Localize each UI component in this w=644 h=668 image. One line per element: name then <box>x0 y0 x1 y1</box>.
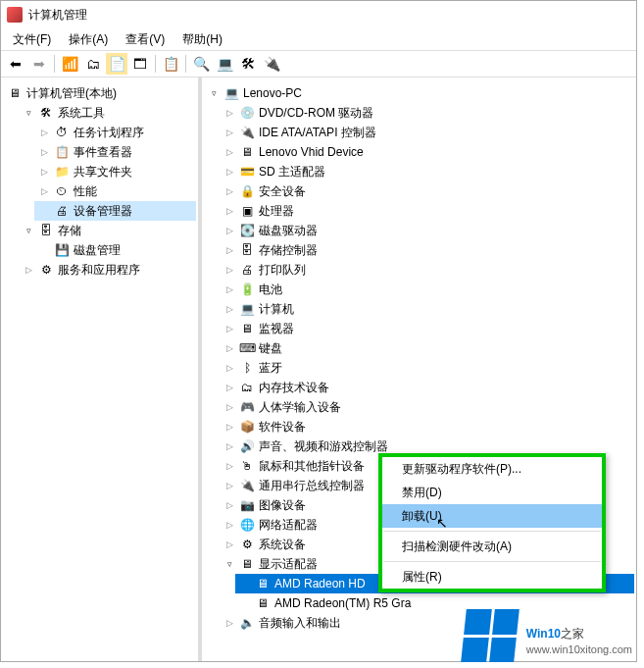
chevron-right-icon[interactable] <box>223 323 235 334</box>
chevron-down-icon[interactable] <box>223 558 235 570</box>
device-cat-vhid[interactable]: 🖥Lenovo Vhid Device <box>220 142 634 162</box>
chevron-down-icon[interactable] <box>23 107 34 119</box>
toolbar-separator <box>155 55 156 73</box>
chevron-right-icon[interactable] <box>223 499 235 511</box>
forward-button[interactable]: ➡ <box>28 53 50 75</box>
tree-label: DVD/CD-ROM 驱动器 <box>259 105 373 122</box>
device-cat-sd[interactable]: 💳SD 主适配器 <box>220 162 634 181</box>
tree-label: 声音、视频和游戏控制器 <box>259 438 388 455</box>
chevron-right-icon[interactable] <box>23 264 34 276</box>
tree-root-local[interactable]: 🖥 计算机管理(本地) <box>3 83 196 103</box>
menubar: 文件(F) 操作(A) 查看(V) 帮助(H) <box>1 28 636 50</box>
chevron-right-icon[interactable] <box>223 264 235 276</box>
device-cat-memory[interactable]: 🗂内存技术设备 <box>220 378 634 397</box>
tb-icon-3[interactable]: 📄 <box>106 53 127 75</box>
ctx-disable[interactable]: 禁用(D) <box>382 481 602 504</box>
device-cat-monitors[interactable]: 🖥监视器 <box>220 319 634 338</box>
chevron-right-icon[interactable] <box>223 460 235 472</box>
chevron-right-icon[interactable] <box>223 539 235 550</box>
device-cat-dvd[interactable]: 💿DVD/CD-ROM 驱动器 <box>220 103 634 123</box>
chevron-right-icon[interactable] <box>223 146 235 158</box>
tb-icon-2[interactable]: 🗂 <box>82 53 104 75</box>
tree-label: 打印队列 <box>259 262 306 279</box>
chevron-right-icon[interactable] <box>38 146 50 158</box>
tree-task-scheduler[interactable]: ⏱任务计划程序 <box>34 123 196 142</box>
tree-services[interactable]: ⚙ 服务和应用程序 <box>19 260 196 280</box>
ctx-properties[interactable]: 属性(R) <box>382 565 602 589</box>
chevron-right-icon[interactable] <box>223 617 235 629</box>
chevron-right-icon[interactable] <box>223 127 235 138</box>
chevron-right-icon[interactable] <box>223 480 235 491</box>
tb-icon-9[interactable]: 🔌 <box>261 53 282 75</box>
device-cat-storage_ctrl[interactable]: 🗄存储控制器 <box>220 240 634 260</box>
tb-icon-5[interactable]: 📋 <box>160 53 181 75</box>
device-cat-security[interactable]: 🔒安全设备 <box>220 181 634 201</box>
device-cat-hid[interactable]: 🎮人体学输入设备 <box>220 397 634 417</box>
chevron-right-icon[interactable] <box>223 362 235 374</box>
menu-file[interactable]: 文件(F) <box>5 29 59 50</box>
ctx-scan-hardware[interactable]: 扫描检测硬件改动(A) <box>382 535 602 558</box>
tree-event-viewer[interactable]: 📋事件查看器 <box>34 142 196 162</box>
bluetooth-icon: ᛒ <box>239 360 255 376</box>
window-titlebar[interactable]: 计算机管理 <box>1 1 636 28</box>
tree-label: 磁盘管理 <box>74 242 121 259</box>
context-menu-separator <box>383 561 601 562</box>
chevron-down-icon[interactable] <box>23 225 34 236</box>
chevron-right-icon[interactable] <box>38 185 50 197</box>
device-cat-software[interactable]: 📦软件设备 <box>220 417 634 437</box>
chevron-right-icon[interactable] <box>223 519 235 531</box>
chevron-right-icon[interactable] <box>38 166 50 178</box>
chevron-right-icon[interactable] <box>223 283 235 295</box>
device-cat-disk_drives[interactable]: 💽磁盘驱动器 <box>220 221 634 240</box>
device-cat-bluetooth[interactable]: ᛒ蓝牙 <box>220 358 634 378</box>
tb-icon-1[interactable]: 📶 <box>59 53 80 75</box>
tb-icon-4[interactable]: 🗔 <box>129 53 151 75</box>
device-cat-batteries[interactable]: 🔋电池 <box>220 280 634 299</box>
tree-label: IDE ATA/ATAPI 控制器 <box>259 125 376 141</box>
chevron-right-icon[interactable] <box>223 244 235 256</box>
back-button[interactable]: ⬅ <box>5 53 26 75</box>
ctx-uninstall[interactable]: 卸载(U) <box>382 504 602 528</box>
processors-icon: ▣ <box>239 203 255 219</box>
device-cat-ide[interactable]: 🔌IDE ATA/ATAPI 控制器 <box>220 123 634 142</box>
device-cat-print_queues[interactable]: 🖨打印队列 <box>220 260 634 280</box>
sound-icon: 🔊 <box>239 438 255 454</box>
device-cat-keyboards[interactable]: ⌨键盘 <box>220 338 634 358</box>
watermark-brand: Win10之家 <box>526 616 632 643</box>
chevron-right-icon[interactable] <box>223 342 235 354</box>
disk-icon: 💾 <box>54 242 70 258</box>
chevron-right-icon[interactable] <box>223 107 235 119</box>
tree-device-manager[interactable]: 🖨设备管理器 <box>34 201 196 221</box>
chevron-right-icon[interactable] <box>223 166 235 178</box>
tree-label: AMD Radeon HD <box>274 577 366 591</box>
tree-system-tools[interactable]: 🛠 系统工具 <box>19 103 196 123</box>
tree-label: 处理器 <box>259 203 294 220</box>
context-menu: 更新驱动程序软件(P)... 禁用(D) 卸载(U) 扫描检测硬件改动(A) 属… <box>378 453 606 592</box>
chevron-down-icon[interactable] <box>208 87 220 99</box>
chevron-right-icon[interactable] <box>223 205 235 217</box>
chevron-right-icon[interactable] <box>223 303 235 315</box>
ctx-update-driver[interactable]: 更新驱动程序软件(P)... <box>382 457 602 481</box>
chevron-right-icon[interactable] <box>223 185 235 197</box>
chevron-right-icon[interactable] <box>223 225 235 236</box>
chevron-right-icon[interactable] <box>223 440 235 452</box>
chevron-right-icon[interactable] <box>223 401 235 413</box>
tb-icon-6[interactable]: 🔍 <box>190 53 212 75</box>
menu-help[interactable]: 帮助(H) <box>174 29 230 50</box>
tb-icon-8[interactable]: 🛠 <box>237 53 259 75</box>
tree-storage[interactable]: 🗄 存储 <box>19 221 196 240</box>
tree-performance[interactable]: ⏲性能 <box>34 181 196 201</box>
chevron-right-icon[interactable] <box>223 421 235 433</box>
app-icon <box>7 7 23 23</box>
tree-disk-management[interactable]: 💾磁盘管理 <box>34 240 196 260</box>
chevron-right-icon[interactable] <box>38 127 50 138</box>
menu-action[interactable]: 操作(A) <box>61 29 116 50</box>
tree-label: 计算机 <box>259 301 294 318</box>
tb-icon-7[interactable]: 💻 <box>214 53 235 75</box>
device-cat-computer[interactable]: 💻计算机 <box>220 299 634 319</box>
menu-view[interactable]: 查看(V) <box>118 29 173 50</box>
tree-shared-folders[interactable]: 📁共享文件夹 <box>34 162 196 181</box>
device-root[interactable]: 💻 Lenovo-PC <box>204 83 634 103</box>
chevron-right-icon[interactable] <box>223 382 235 393</box>
device-cat-processors[interactable]: ▣处理器 <box>220 201 634 221</box>
